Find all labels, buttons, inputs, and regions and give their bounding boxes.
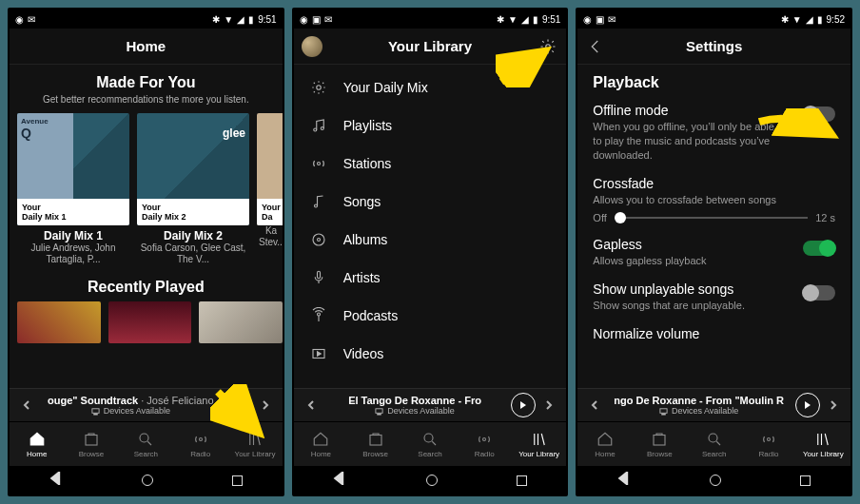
nav-radio[interactable]: Radio (458, 422, 512, 466)
daily-mix-card-1[interactable]: AvenueQ YourDaily Mix 1 Daily Mix 1 Juli… (17, 113, 129, 265)
chevron-right-icon[interactable] (541, 400, 557, 410)
home-key[interactable] (142, 475, 153, 486)
back-button[interactable] (585, 36, 606, 57)
devices-label[interactable]: Devices Available (387, 406, 454, 416)
home-key[interactable] (710, 475, 721, 486)
daily-mix-card-3[interactable]: YourDa Ka Stev... (257, 113, 283, 265)
daily-mix-card-2[interactable]: glee YourDaily Mix 2 Daily Mix 2 Sofia C… (137, 113, 249, 265)
devices-label[interactable]: Devices Available (672, 406, 738, 416)
play-button[interactable] (227, 393, 252, 417)
play-button[interactable] (795, 393, 820, 417)
menu-podcasts[interactable]: Podcasts (294, 297, 567, 335)
page-title: Home (126, 38, 166, 54)
recent-tile[interactable] (108, 301, 192, 343)
nav-search[interactable]: Search (402, 422, 457, 466)
wifi-icon: ▼ (792, 14, 802, 25)
recently-played-row[interactable] (10, 301, 283, 343)
podcast-icon (309, 306, 328, 325)
avatar[interactable] (302, 36, 322, 57)
devices-label[interactable]: Devices Available (104, 406, 170, 416)
android-softkeys (294, 466, 567, 494)
nav-browse[interactable]: Browse (633, 422, 687, 466)
recents-key[interactable] (232, 475, 243, 486)
phone-library: ◉ ▣ ✉ ✱ ▼ ◢ ▮ 9:51 Your Library Your Dai… (292, 8, 569, 496)
crossfade-slider[interactable] (615, 217, 808, 219)
back-key[interactable] (617, 472, 631, 489)
unplayable-toggle[interactable] (803, 285, 835, 300)
offline-toggle[interactable] (803, 107, 835, 122)
back-key[interactable] (49, 472, 63, 489)
recents-key[interactable] (800, 475, 811, 486)
nav-browse[interactable]: Browse (64, 422, 118, 466)
setting-normalize[interactable]: Normalize volume (593, 326, 835, 341)
svg-point-20 (483, 437, 486, 440)
menu-daily-mix[interactable]: Your Daily Mix (294, 68, 567, 107)
chevron-right-icon[interactable] (258, 400, 273, 410)
nav-home[interactable]: Home (577, 422, 632, 466)
svg-point-25 (767, 437, 770, 440)
menu-albums[interactable]: Albums (294, 221, 567, 259)
chevron-right-icon[interactable] (826, 400, 841, 410)
image-icon: ▣ (312, 14, 321, 25)
nav-library[interactable]: Your Library (796, 422, 850, 466)
recent-tile[interactable] (17, 301, 101, 343)
outlook-icon: ✉ (608, 14, 616, 25)
now-title: ouge" Soundtrack (48, 395, 138, 406)
nav-search[interactable]: Search (687, 422, 741, 466)
menu-playlists[interactable]: Playlists (294, 107, 567, 145)
nav-library[interactable]: Your Library (227, 422, 282, 466)
menu-stations[interactable]: Stations (294, 145, 567, 183)
crossfade-max: 12 s (815, 212, 835, 223)
daily-mix-carousel[interactable]: AvenueQ YourDaily Mix 1 Daily Mix 1 Juli… (10, 113, 283, 265)
settings-content: Playback Offline mode When you go offlin… (577, 65, 850, 388)
svg-rect-0 (92, 408, 99, 413)
nav-radio[interactable]: Radio (741, 422, 795, 466)
now-artist: · José Feliciano (138, 395, 213, 406)
battery-icon: ▮ (533, 14, 538, 25)
chevron-left-icon[interactable] (19, 400, 34, 410)
signal-icon: ◢ (521, 14, 529, 25)
setting-offline[interactable]: Offline mode When you go offline, you’ll… (593, 103, 835, 163)
nav-browse[interactable]: Browse (348, 422, 402, 466)
menu-videos[interactable]: Videos (294, 335, 567, 373)
card-artists: Julie Andrews, John Tartaglia, P... (17, 242, 129, 265)
play-button[interactable] (511, 393, 536, 417)
nav-home[interactable]: Home (10, 422, 64, 466)
card-artists: Sofia Carson, Glee Cast, The V... (137, 242, 249, 265)
menu-songs[interactable]: Songs (294, 183, 567, 221)
playback-group: Playback (593, 74, 835, 91)
setting-gapless[interactable]: Gapless Allows gapless playback (593, 237, 835, 268)
wifi-icon: ▼ (508, 14, 518, 25)
now-playing-bar[interactable]: ouge" Soundtrack · José Feliciano Device… (10, 388, 283, 422)
gear-icon (539, 38, 557, 55)
status-bar: ◉ ✉ ✱ ▼ ◢ ▮ 9:51 (10, 10, 283, 29)
bluetooth-icon: ✱ (212, 14, 220, 25)
chevron-left-icon[interactable] (587, 400, 602, 410)
radio-waves-icon (309, 154, 328, 173)
menu-artists[interactable]: Artists (294, 259, 567, 297)
nav-library[interactable]: Your Library (512, 422, 566, 466)
recents-key[interactable] (517, 475, 527, 486)
bottom-nav: Home Browse Search Radio Your Library (577, 422, 850, 466)
page-title: Settings (686, 38, 742, 54)
gapless-toggle[interactable] (803, 241, 835, 256)
now-playing-bar[interactable]: El Tango De Roxanne - Fro Devices Availa… (294, 388, 567, 422)
chevron-left-icon[interactable] (303, 400, 319, 410)
bluetooth-icon: ✱ (497, 14, 504, 25)
nav-search[interactable]: Search (119, 422, 173, 466)
setting-unplayable[interactable]: Show unplayable songs Show songs that ar… (593, 281, 835, 313)
status-bar: ◉ ▣ ✉ ✱ ▼ ◢ ▮ 9:51 (294, 10, 567, 29)
home-key[interactable] (426, 475, 438, 486)
settings-button[interactable] (538, 36, 558, 57)
recent-tile[interactable] (199, 301, 283, 343)
now-playing-bar[interactable]: ngo De Roxanne - From "Moulin R Devices … (577, 388, 850, 422)
note-icon (309, 192, 328, 211)
library-content: Your Daily Mix Playlists Stations Songs … (294, 65, 567, 388)
svg-point-19 (424, 434, 433, 442)
nav-home[interactable]: Home (294, 422, 348, 466)
nav-radio[interactable]: Radio (173, 422, 227, 466)
back-key[interactable] (333, 472, 346, 489)
svg-point-6 (316, 86, 321, 90)
mic-icon (309, 268, 328, 287)
svg-rect-13 (317, 271, 320, 279)
